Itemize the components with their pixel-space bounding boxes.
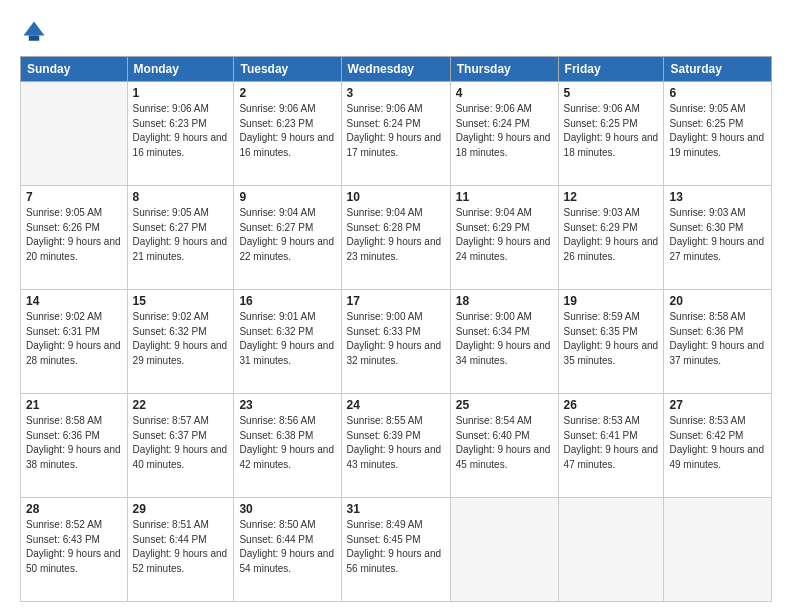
day-number: 13 <box>669 190 766 204</box>
calendar-cell: 17Sunrise: 9:00 AMSunset: 6:33 PMDayligh… <box>341 290 450 394</box>
calendar-cell: 2Sunrise: 9:06 AMSunset: 6:23 PMDaylight… <box>234 82 341 186</box>
calendar-week-row: 21Sunrise: 8:58 AMSunset: 6:36 PMDayligh… <box>21 394 772 498</box>
day-info: Sunrise: 8:53 AMSunset: 6:41 PMDaylight:… <box>564 414 659 472</box>
day-info: Sunrise: 8:56 AMSunset: 6:38 PMDaylight:… <box>239 414 335 472</box>
calendar-header-saturday: Saturday <box>664 57 772 82</box>
day-info: Sunrise: 8:49 AMSunset: 6:45 PMDaylight:… <box>347 518 445 576</box>
calendar-cell: 23Sunrise: 8:56 AMSunset: 6:38 PMDayligh… <box>234 394 341 498</box>
day-info: Sunrise: 8:59 AMSunset: 6:35 PMDaylight:… <box>564 310 659 368</box>
logo-icon <box>20 18 48 46</box>
header <box>20 18 772 46</box>
calendar-cell: 4Sunrise: 9:06 AMSunset: 6:24 PMDaylight… <box>450 82 558 186</box>
day-number: 29 <box>133 502 229 516</box>
day-number: 21 <box>26 398 122 412</box>
calendar-cell: 30Sunrise: 8:50 AMSunset: 6:44 PMDayligh… <box>234 498 341 602</box>
day-number: 28 <box>26 502 122 516</box>
day-number: 18 <box>456 294 553 308</box>
calendar-cell: 8Sunrise: 9:05 AMSunset: 6:27 PMDaylight… <box>127 186 234 290</box>
calendar-table: SundayMondayTuesdayWednesdayThursdayFrid… <box>20 56 772 602</box>
calendar-header-tuesday: Tuesday <box>234 57 341 82</box>
calendar-cell: 18Sunrise: 9:00 AMSunset: 6:34 PMDayligh… <box>450 290 558 394</box>
calendar-cell: 7Sunrise: 9:05 AMSunset: 6:26 PMDaylight… <box>21 186 128 290</box>
day-number: 30 <box>239 502 335 516</box>
day-info: Sunrise: 9:06 AMSunset: 6:24 PMDaylight:… <box>456 102 553 160</box>
calendar-cell: 24Sunrise: 8:55 AMSunset: 6:39 PMDayligh… <box>341 394 450 498</box>
calendar-cell: 10Sunrise: 9:04 AMSunset: 6:28 PMDayligh… <box>341 186 450 290</box>
calendar-header-monday: Monday <box>127 57 234 82</box>
day-info: Sunrise: 9:05 AMSunset: 6:27 PMDaylight:… <box>133 206 229 264</box>
calendar-cell: 15Sunrise: 9:02 AMSunset: 6:32 PMDayligh… <box>127 290 234 394</box>
day-number: 24 <box>347 398 445 412</box>
calendar-header-row: SundayMondayTuesdayWednesdayThursdayFrid… <box>21 57 772 82</box>
calendar-cell: 28Sunrise: 8:52 AMSunset: 6:43 PMDayligh… <box>21 498 128 602</box>
calendar-cell <box>21 82 128 186</box>
day-info: Sunrise: 8:50 AMSunset: 6:44 PMDaylight:… <box>239 518 335 576</box>
day-number: 2 <box>239 86 335 100</box>
calendar-header-sunday: Sunday <box>21 57 128 82</box>
calendar-cell: 14Sunrise: 9:02 AMSunset: 6:31 PMDayligh… <box>21 290 128 394</box>
calendar-cell: 11Sunrise: 9:04 AMSunset: 6:29 PMDayligh… <box>450 186 558 290</box>
day-number: 6 <box>669 86 766 100</box>
calendar-cell: 13Sunrise: 9:03 AMSunset: 6:30 PMDayligh… <box>664 186 772 290</box>
day-number: 9 <box>239 190 335 204</box>
day-number: 27 <box>669 398 766 412</box>
day-number: 17 <box>347 294 445 308</box>
calendar-header-wednesday: Wednesday <box>341 57 450 82</box>
calendar-header-friday: Friday <box>558 57 664 82</box>
calendar-week-row: 7Sunrise: 9:05 AMSunset: 6:26 PMDaylight… <box>21 186 772 290</box>
calendar-cell: 31Sunrise: 8:49 AMSunset: 6:45 PMDayligh… <box>341 498 450 602</box>
day-info: Sunrise: 9:05 AMSunset: 6:26 PMDaylight:… <box>26 206 122 264</box>
calendar-cell: 1Sunrise: 9:06 AMSunset: 6:23 PMDaylight… <box>127 82 234 186</box>
day-info: Sunrise: 8:58 AMSunset: 6:36 PMDaylight:… <box>669 310 766 368</box>
day-number: 11 <box>456 190 553 204</box>
day-number: 14 <box>26 294 122 308</box>
day-info: Sunrise: 9:04 AMSunset: 6:28 PMDaylight:… <box>347 206 445 264</box>
day-number: 26 <box>564 398 659 412</box>
calendar-cell: 29Sunrise: 8:51 AMSunset: 6:44 PMDayligh… <box>127 498 234 602</box>
day-number: 1 <box>133 86 229 100</box>
calendar-cell: 21Sunrise: 8:58 AMSunset: 6:36 PMDayligh… <box>21 394 128 498</box>
day-info: Sunrise: 9:01 AMSunset: 6:32 PMDaylight:… <box>239 310 335 368</box>
calendar-cell: 3Sunrise: 9:06 AMSunset: 6:24 PMDaylight… <box>341 82 450 186</box>
calendar-cell: 5Sunrise: 9:06 AMSunset: 6:25 PMDaylight… <box>558 82 664 186</box>
logo <box>20 18 52 46</box>
day-number: 15 <box>133 294 229 308</box>
calendar-cell: 22Sunrise: 8:57 AMSunset: 6:37 PMDayligh… <box>127 394 234 498</box>
day-info: Sunrise: 8:53 AMSunset: 6:42 PMDaylight:… <box>669 414 766 472</box>
day-info: Sunrise: 9:05 AMSunset: 6:25 PMDaylight:… <box>669 102 766 160</box>
calendar-cell: 26Sunrise: 8:53 AMSunset: 6:41 PMDayligh… <box>558 394 664 498</box>
calendar-header-thursday: Thursday <box>450 57 558 82</box>
day-info: Sunrise: 9:02 AMSunset: 6:32 PMDaylight:… <box>133 310 229 368</box>
day-number: 7 <box>26 190 122 204</box>
day-number: 16 <box>239 294 335 308</box>
day-info: Sunrise: 8:51 AMSunset: 6:44 PMDaylight:… <box>133 518 229 576</box>
day-number: 20 <box>669 294 766 308</box>
day-number: 12 <box>564 190 659 204</box>
day-number: 23 <box>239 398 335 412</box>
day-info: Sunrise: 9:03 AMSunset: 6:30 PMDaylight:… <box>669 206 766 264</box>
day-info: Sunrise: 9:04 AMSunset: 6:27 PMDaylight:… <box>239 206 335 264</box>
day-number: 31 <box>347 502 445 516</box>
calendar-cell: 9Sunrise: 9:04 AMSunset: 6:27 PMDaylight… <box>234 186 341 290</box>
calendar-cell <box>450 498 558 602</box>
day-number: 10 <box>347 190 445 204</box>
day-info: Sunrise: 8:55 AMSunset: 6:39 PMDaylight:… <box>347 414 445 472</box>
day-info: Sunrise: 9:06 AMSunset: 6:25 PMDaylight:… <box>564 102 659 160</box>
day-number: 8 <box>133 190 229 204</box>
calendar-week-row: 1Sunrise: 9:06 AMSunset: 6:23 PMDaylight… <box>21 82 772 186</box>
day-number: 4 <box>456 86 553 100</box>
day-info: Sunrise: 9:06 AMSunset: 6:23 PMDaylight:… <box>239 102 335 160</box>
calendar-cell: 6Sunrise: 9:05 AMSunset: 6:25 PMDaylight… <box>664 82 772 186</box>
calendar-cell: 16Sunrise: 9:01 AMSunset: 6:32 PMDayligh… <box>234 290 341 394</box>
day-info: Sunrise: 9:02 AMSunset: 6:31 PMDaylight:… <box>26 310 122 368</box>
day-info: Sunrise: 9:06 AMSunset: 6:23 PMDaylight:… <box>133 102 229 160</box>
calendar-week-row: 14Sunrise: 9:02 AMSunset: 6:31 PMDayligh… <box>21 290 772 394</box>
svg-marker-0 <box>24 22 45 36</box>
calendar-cell: 12Sunrise: 9:03 AMSunset: 6:29 PMDayligh… <box>558 186 664 290</box>
calendar-cell: 27Sunrise: 8:53 AMSunset: 6:42 PMDayligh… <box>664 394 772 498</box>
day-info: Sunrise: 9:00 AMSunset: 6:34 PMDaylight:… <box>456 310 553 368</box>
calendar-cell <box>558 498 664 602</box>
svg-rect-1 <box>29 36 40 41</box>
day-info: Sunrise: 8:58 AMSunset: 6:36 PMDaylight:… <box>26 414 122 472</box>
calendar-cell: 20Sunrise: 8:58 AMSunset: 6:36 PMDayligh… <box>664 290 772 394</box>
